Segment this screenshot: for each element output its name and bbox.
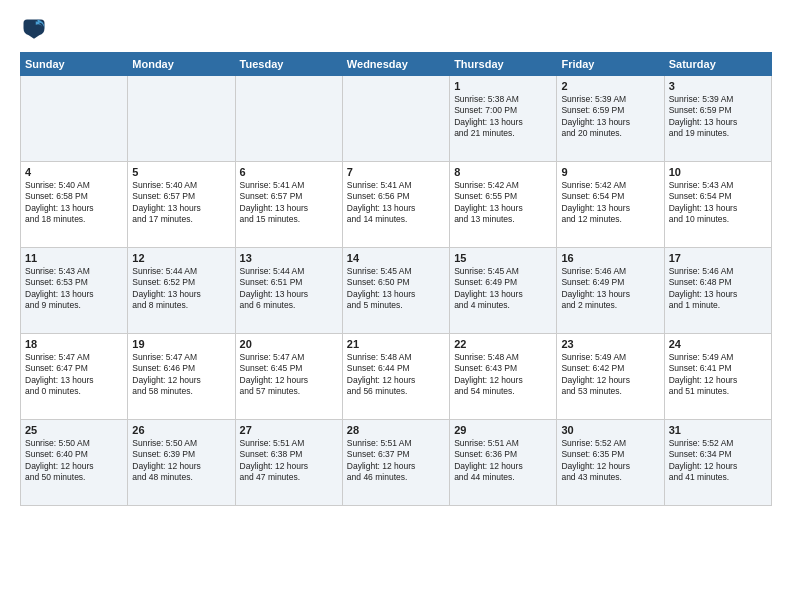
calendar-page: SundayMondayTuesdayWednesdayThursdayFrid…	[0, 0, 792, 612]
day-number: 30	[561, 424, 659, 436]
logo-icon	[20, 16, 48, 44]
calendar-cell	[21, 76, 128, 162]
cell-info: Sunrise: 5:44 AM Sunset: 6:51 PM Dayligh…	[240, 266, 338, 312]
calendar-cell: 9Sunrise: 5:42 AM Sunset: 6:54 PM Daylig…	[557, 162, 664, 248]
day-number: 28	[347, 424, 445, 436]
day-number: 18	[25, 338, 123, 350]
cell-info: Sunrise: 5:46 AM Sunset: 6:48 PM Dayligh…	[669, 266, 767, 312]
cell-info: Sunrise: 5:41 AM Sunset: 6:57 PM Dayligh…	[240, 180, 338, 226]
day-number: 20	[240, 338, 338, 350]
header-cell-monday: Monday	[128, 53, 235, 76]
week-row-4: 18Sunrise: 5:47 AM Sunset: 6:47 PM Dayli…	[21, 334, 772, 420]
calendar-cell	[128, 76, 235, 162]
day-number: 25	[25, 424, 123, 436]
logo	[20, 16, 52, 44]
calendar-cell	[235, 76, 342, 162]
calendar-cell: 26Sunrise: 5:50 AM Sunset: 6:39 PM Dayli…	[128, 420, 235, 506]
calendar-cell: 24Sunrise: 5:49 AM Sunset: 6:41 PM Dayli…	[664, 334, 771, 420]
calendar-cell: 12Sunrise: 5:44 AM Sunset: 6:52 PM Dayli…	[128, 248, 235, 334]
day-number: 22	[454, 338, 552, 350]
day-number: 6	[240, 166, 338, 178]
cell-info: Sunrise: 5:45 AM Sunset: 6:50 PM Dayligh…	[347, 266, 445, 312]
day-number: 21	[347, 338, 445, 350]
calendar-cell: 8Sunrise: 5:42 AM Sunset: 6:55 PM Daylig…	[450, 162, 557, 248]
cell-info: Sunrise: 5:40 AM Sunset: 6:58 PM Dayligh…	[25, 180, 123, 226]
day-number: 23	[561, 338, 659, 350]
header-cell-sunday: Sunday	[21, 53, 128, 76]
day-number: 7	[347, 166, 445, 178]
cell-info: Sunrise: 5:47 AM Sunset: 6:47 PM Dayligh…	[25, 352, 123, 398]
day-number: 9	[561, 166, 659, 178]
week-row-3: 11Sunrise: 5:43 AM Sunset: 6:53 PM Dayli…	[21, 248, 772, 334]
header-row: SundayMondayTuesdayWednesdayThursdayFrid…	[21, 53, 772, 76]
cell-info: Sunrise: 5:45 AM Sunset: 6:49 PM Dayligh…	[454, 266, 552, 312]
day-number: 13	[240, 252, 338, 264]
calendar-cell: 15Sunrise: 5:45 AM Sunset: 6:49 PM Dayli…	[450, 248, 557, 334]
cell-info: Sunrise: 5:49 AM Sunset: 6:41 PM Dayligh…	[669, 352, 767, 398]
cell-info: Sunrise: 5:43 AM Sunset: 6:53 PM Dayligh…	[25, 266, 123, 312]
calendar-cell: 25Sunrise: 5:50 AM Sunset: 6:40 PM Dayli…	[21, 420, 128, 506]
day-number: 14	[347, 252, 445, 264]
calendar-body: 1Sunrise: 5:38 AM Sunset: 7:00 PM Daylig…	[21, 76, 772, 506]
calendar-cell: 2Sunrise: 5:39 AM Sunset: 6:59 PM Daylig…	[557, 76, 664, 162]
day-number: 24	[669, 338, 767, 350]
day-number: 3	[669, 80, 767, 92]
calendar-cell: 14Sunrise: 5:45 AM Sunset: 6:50 PM Dayli…	[342, 248, 449, 334]
calendar-cell: 21Sunrise: 5:48 AM Sunset: 6:44 PM Dayli…	[342, 334, 449, 420]
day-number: 19	[132, 338, 230, 350]
header	[20, 16, 772, 44]
calendar-cell: 28Sunrise: 5:51 AM Sunset: 6:37 PM Dayli…	[342, 420, 449, 506]
calendar-cell: 30Sunrise: 5:52 AM Sunset: 6:35 PM Dayli…	[557, 420, 664, 506]
day-number: 17	[669, 252, 767, 264]
header-cell-friday: Friday	[557, 53, 664, 76]
calendar-cell: 23Sunrise: 5:49 AM Sunset: 6:42 PM Dayli…	[557, 334, 664, 420]
cell-info: Sunrise: 5:47 AM Sunset: 6:45 PM Dayligh…	[240, 352, 338, 398]
calendar-cell: 20Sunrise: 5:47 AM Sunset: 6:45 PM Dayli…	[235, 334, 342, 420]
day-number: 8	[454, 166, 552, 178]
day-number: 31	[669, 424, 767, 436]
cell-info: Sunrise: 5:49 AM Sunset: 6:42 PM Dayligh…	[561, 352, 659, 398]
calendar-cell: 17Sunrise: 5:46 AM Sunset: 6:48 PM Dayli…	[664, 248, 771, 334]
week-row-1: 1Sunrise: 5:38 AM Sunset: 7:00 PM Daylig…	[21, 76, 772, 162]
calendar-cell	[342, 76, 449, 162]
header-cell-tuesday: Tuesday	[235, 53, 342, 76]
day-number: 16	[561, 252, 659, 264]
cell-info: Sunrise: 5:48 AM Sunset: 6:44 PM Dayligh…	[347, 352, 445, 398]
week-row-5: 25Sunrise: 5:50 AM Sunset: 6:40 PM Dayli…	[21, 420, 772, 506]
cell-info: Sunrise: 5:42 AM Sunset: 6:54 PM Dayligh…	[561, 180, 659, 226]
cell-info: Sunrise: 5:46 AM Sunset: 6:49 PM Dayligh…	[561, 266, 659, 312]
cell-info: Sunrise: 5:48 AM Sunset: 6:43 PM Dayligh…	[454, 352, 552, 398]
cell-info: Sunrise: 5:50 AM Sunset: 6:40 PM Dayligh…	[25, 438, 123, 484]
calendar-cell: 3Sunrise: 5:39 AM Sunset: 6:59 PM Daylig…	[664, 76, 771, 162]
header-cell-saturday: Saturday	[664, 53, 771, 76]
calendar-cell: 18Sunrise: 5:47 AM Sunset: 6:47 PM Dayli…	[21, 334, 128, 420]
cell-info: Sunrise: 5:43 AM Sunset: 6:54 PM Dayligh…	[669, 180, 767, 226]
header-cell-wednesday: Wednesday	[342, 53, 449, 76]
calendar-cell: 5Sunrise: 5:40 AM Sunset: 6:57 PM Daylig…	[128, 162, 235, 248]
calendar-cell: 31Sunrise: 5:52 AM Sunset: 6:34 PM Dayli…	[664, 420, 771, 506]
calendar-cell: 11Sunrise: 5:43 AM Sunset: 6:53 PM Dayli…	[21, 248, 128, 334]
day-number: 10	[669, 166, 767, 178]
cell-info: Sunrise: 5:51 AM Sunset: 6:38 PM Dayligh…	[240, 438, 338, 484]
calendar-cell: 6Sunrise: 5:41 AM Sunset: 6:57 PM Daylig…	[235, 162, 342, 248]
calendar-cell: 7Sunrise: 5:41 AM Sunset: 6:56 PM Daylig…	[342, 162, 449, 248]
calendar-cell: 1Sunrise: 5:38 AM Sunset: 7:00 PM Daylig…	[450, 76, 557, 162]
day-number: 15	[454, 252, 552, 264]
calendar-cell: 4Sunrise: 5:40 AM Sunset: 6:58 PM Daylig…	[21, 162, 128, 248]
day-number: 5	[132, 166, 230, 178]
day-number: 29	[454, 424, 552, 436]
calendar-cell: 13Sunrise: 5:44 AM Sunset: 6:51 PM Dayli…	[235, 248, 342, 334]
day-number: 2	[561, 80, 659, 92]
calendar-cell: 10Sunrise: 5:43 AM Sunset: 6:54 PM Dayli…	[664, 162, 771, 248]
cell-info: Sunrise: 5:39 AM Sunset: 6:59 PM Dayligh…	[669, 94, 767, 140]
cell-info: Sunrise: 5:39 AM Sunset: 6:59 PM Dayligh…	[561, 94, 659, 140]
day-number: 11	[25, 252, 123, 264]
cell-info: Sunrise: 5:51 AM Sunset: 6:36 PM Dayligh…	[454, 438, 552, 484]
cell-info: Sunrise: 5:47 AM Sunset: 6:46 PM Dayligh…	[132, 352, 230, 398]
day-number: 1	[454, 80, 552, 92]
cell-info: Sunrise: 5:41 AM Sunset: 6:56 PM Dayligh…	[347, 180, 445, 226]
cell-info: Sunrise: 5:52 AM Sunset: 6:34 PM Dayligh…	[669, 438, 767, 484]
week-row-2: 4Sunrise: 5:40 AM Sunset: 6:58 PM Daylig…	[21, 162, 772, 248]
cell-info: Sunrise: 5:51 AM Sunset: 6:37 PM Dayligh…	[347, 438, 445, 484]
cell-info: Sunrise: 5:40 AM Sunset: 6:57 PM Dayligh…	[132, 180, 230, 226]
